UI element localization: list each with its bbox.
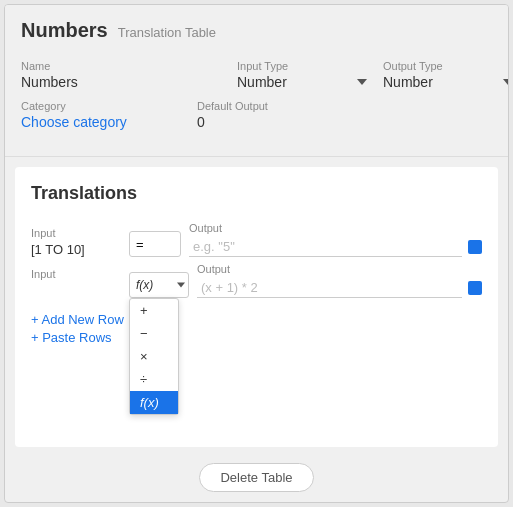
fx-dropdown-menu: + − × ÷ f(x): [129, 298, 179, 415]
form-section: Name Numbers Input Type Number Output Ty…: [5, 52, 508, 152]
row1-output-section: Output: [189, 222, 482, 257]
translations-title: Translations: [31, 183, 482, 204]
output-type-label: Output Type: [383, 60, 509, 72]
row2-input-value: [31, 283, 121, 298]
output-type-arrow-icon: [503, 79, 509, 85]
page-subtitle: Translation Table: [118, 25, 216, 40]
delete-table-button[interactable]: Delete Table: [199, 463, 313, 492]
row1-input-value: [1 TO 10]: [31, 242, 121, 257]
category-field: Category Choose category: [21, 100, 181, 130]
input-type-select[interactable]: Number: [237, 74, 305, 90]
row2-input-section: Input: [31, 268, 121, 298]
default-output-value: 0: [197, 114, 317, 130]
page-header: Numbers Translation Table: [5, 5, 508, 52]
row1-input-section: Input [1 TO 10]: [31, 227, 121, 257]
input-type-select-wrapper: Number: [237, 74, 367, 90]
dropdown-item-fx[interactable]: f(x): [130, 391, 178, 414]
footer-area: Delete Table: [5, 457, 508, 502]
output-type-field: Output Type Number: [383, 60, 509, 90]
row1-delete-button[interactable]: [468, 240, 482, 254]
row2-output-input[interactable]: [197, 278, 462, 298]
row1-output-row: [189, 237, 482, 257]
output-type-select[interactable]: Number: [383, 74, 451, 90]
input-type-arrow-icon: [357, 79, 367, 85]
dropdown-item-plus[interactable]: +: [130, 299, 178, 322]
default-output-field: Default Output 0: [197, 100, 317, 130]
row2-input-label: Input: [31, 268, 121, 280]
dropdown-item-multiply[interactable]: ×: [130, 345, 178, 368]
row1-middle-section: = ≠ < >: [129, 216, 181, 257]
row2-output-row: [197, 278, 482, 298]
output-type-select-wrapper: Number: [383, 74, 509, 90]
row2-output-label: Output: [197, 263, 482, 275]
row2-fx-select[interactable]: f(x): [129, 272, 189, 298]
name-field: Name Numbers: [21, 60, 221, 90]
row1-output-input[interactable]: [189, 237, 462, 257]
fx-select-wrapper: f(x) + − × ÷ f(x): [129, 272, 189, 298]
row2-delete-button[interactable]: [468, 281, 482, 295]
dropdown-item-minus[interactable]: −: [130, 322, 178, 345]
translations-card: Translations Input [1 TO 10] = ≠ < > Out…: [15, 167, 498, 447]
divider: [5, 156, 508, 157]
row1-spacer: [129, 216, 132, 228]
form-row-1: Name Numbers Input Type Number Output Ty…: [21, 60, 492, 90]
page-title: Numbers: [21, 19, 108, 42]
row2-middle-section: f(x) + − × ÷ f(x): [129, 257, 189, 298]
category-link[interactable]: Choose category: [21, 114, 181, 130]
row2-output-section: Output: [197, 263, 482, 298]
add-new-row-link[interactable]: + Add New Row: [31, 312, 482, 327]
row1-input-label: Input: [31, 227, 121, 239]
translation-row-1: Input [1 TO 10] = ≠ < > Output: [31, 216, 482, 257]
category-label: Category: [21, 100, 181, 112]
paste-rows-link[interactable]: + Paste Rows: [31, 330, 482, 345]
row2-spacer: [129, 257, 132, 269]
page-wrapper: Numbers Translation Table Name Numbers I…: [4, 4, 509, 503]
default-output-label: Default Output: [197, 100, 317, 112]
name-value: Numbers: [21, 74, 221, 90]
name-label: Name: [21, 60, 221, 72]
add-links: + Add New Row + Paste Rows: [31, 312, 482, 345]
translation-row-2: Input f(x) + − × ÷ f(x): [31, 257, 482, 298]
form-row-2: Category Choose category Default Output …: [21, 100, 492, 130]
input-type-field: Input Type Number: [237, 60, 367, 90]
row1-operator-select[interactable]: = ≠ < >: [129, 231, 181, 257]
row1-output-label: Output: [189, 222, 482, 234]
input-type-label: Input Type: [237, 60, 367, 72]
dropdown-item-divide[interactable]: ÷: [130, 368, 178, 391]
